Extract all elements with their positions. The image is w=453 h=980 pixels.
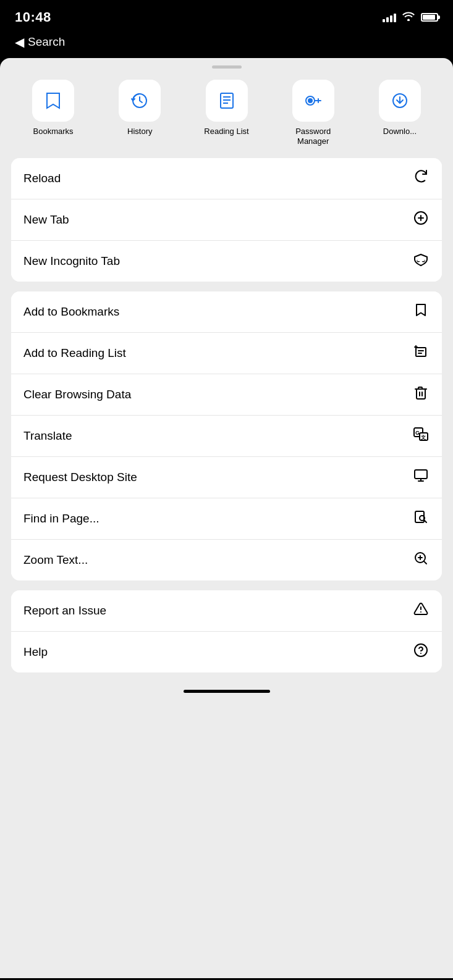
- menu-item-translate[interactable]: Translate G 文: [11, 416, 442, 457]
- add-bookmarks-icon: [412, 303, 430, 321]
- reading-list-label: Reading List: [204, 127, 248, 136]
- svg-text:G: G: [415, 430, 420, 436]
- quick-action-history[interactable]: History: [96, 80, 183, 146]
- quick-action-reading-list[interactable]: Reading List: [183, 80, 269, 146]
- zoom-text-icon: [412, 551, 430, 569]
- add-bookmarks-label: Add to Bookmarks: [23, 305, 119, 319]
- svg-line-33: [424, 561, 426, 564]
- svg-text:文: 文: [421, 434, 426, 440]
- drag-handle-bar: [212, 65, 242, 69]
- menu-item-add-reading-list[interactable]: Add to Reading List: [11, 333, 442, 374]
- bookmarks-label: Bookmarks: [33, 127, 74, 136]
- zoom-text-label: Zoom Text...: [23, 553, 88, 567]
- menu-item-new-tab[interactable]: New Tab: [11, 199, 442, 241]
- quick-action-downloads[interactable]: Downlo...: [357, 80, 443, 146]
- report-issue-icon: [412, 601, 430, 620]
- signal-icon: [383, 12, 396, 22]
- status-time: 10:48: [15, 9, 51, 25]
- home-bar: [184, 690, 270, 693]
- quick-action-password-manager[interactable]: Password Manager: [270, 80, 357, 146]
- downloads-label: Downlo...: [383, 127, 417, 136]
- clear-browsing-icon: [412, 385, 430, 404]
- password-manager-label: Password Manager: [295, 127, 331, 146]
- battery-icon: [421, 13, 438, 22]
- svg-point-6: [308, 99, 312, 103]
- menu-group-2: Add to Bookmarks Add to Reading List: [11, 291, 442, 580]
- history-label: History: [127, 127, 152, 136]
- incognito-icon: [412, 252, 430, 270]
- quick-action-bookmarks[interactable]: Bookmarks: [10, 80, 96, 146]
- back-chevron-icon: ◀: [15, 35, 24, 49]
- password-manager-icon-box: [292, 80, 334, 122]
- svg-rect-14: [417, 259, 425, 261]
- menu-item-find-in-page[interactable]: Find in Page...: [11, 498, 442, 540]
- reload-label: Reload: [23, 172, 61, 185]
- nav-back[interactable]: ◀ Search: [0, 32, 453, 58]
- new-tab-label: New Tab: [23, 213, 69, 227]
- new-tab-icon: [412, 211, 430, 229]
- menu-item-clear-browsing[interactable]: Clear Browsing Data: [11, 374, 442, 416]
- translate-label: Translate: [23, 429, 72, 443]
- request-desktop-icon: [412, 468, 430, 487]
- menu-item-help[interactable]: Help: [11, 632, 442, 672]
- status-bar: 10:48: [0, 0, 453, 32]
- bookmarks-icon-box: [32, 80, 74, 122]
- downloads-icon: [390, 91, 410, 111]
- menu-group-3: Report an Issue Help: [11, 590, 442, 672]
- downloads-icon-box: [379, 80, 421, 122]
- history-icon: [130, 91, 150, 111]
- svg-rect-26: [415, 470, 427, 479]
- reload-icon: [412, 169, 430, 188]
- new-incognito-tab-label: New Incognito Tab: [23, 254, 120, 268]
- help-icon: [412, 643, 430, 661]
- report-issue-label: Report an Issue: [23, 604, 106, 618]
- wifi-icon: [402, 11, 415, 23]
- find-in-page-icon: [412, 509, 430, 528]
- request-desktop-label: Request Desktop Site: [23, 471, 137, 484]
- add-reading-list-label: Add to Reading List: [23, 346, 126, 360]
- bookmarks-icon: [43, 91, 63, 111]
- reading-list-icon-box: [206, 80, 248, 122]
- drag-handle: [0, 58, 453, 73]
- menu-item-reload[interactable]: Reload: [11, 158, 442, 199]
- reading-list-icon: [217, 91, 237, 111]
- translate-icon: G 文: [412, 427, 430, 445]
- quick-actions-row: Bookmarks History: [0, 73, 453, 158]
- help-label: Help: [23, 645, 48, 659]
- menu-item-add-bookmarks[interactable]: Add to Bookmarks: [11, 291, 442, 333]
- add-reading-list-icon: [412, 344, 430, 362]
- password-manager-icon: [303, 91, 323, 111]
- home-indicator: [0, 682, 453, 699]
- svg-rect-15: [416, 348, 426, 356]
- menu-item-new-incognito-tab[interactable]: New Incognito Tab: [11, 241, 442, 282]
- bottom-sheet: Bookmarks History: [0, 58, 453, 978]
- clear-browsing-label: Clear Browsing Data: [23, 388, 131, 401]
- back-label: Search: [28, 35, 65, 49]
- menu-item-zoom-text[interactable]: Zoom Text...: [11, 540, 442, 580]
- status-icons: [383, 11, 438, 23]
- menu-item-report-issue[interactable]: Report an Issue: [11, 590, 442, 632]
- history-icon-box: [119, 80, 161, 122]
- menu-group-1: Reload New Tab New Incognito Tab: [11, 158, 442, 282]
- find-in-page-label: Find in Page...: [23, 512, 99, 526]
- menu-item-request-desktop[interactable]: Request Desktop Site: [11, 457, 442, 498]
